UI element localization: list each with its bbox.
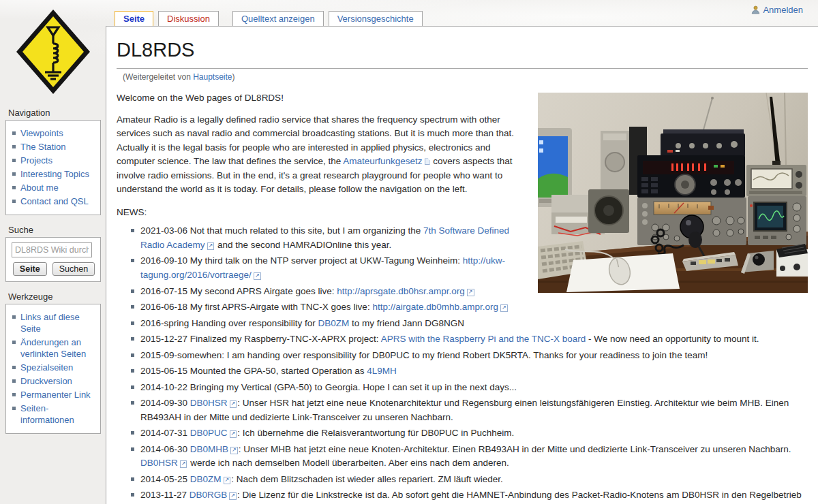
sidebar-item: Viewpoints	[12, 127, 96, 139]
external-link[interactable]: DB0MHB	[190, 444, 228, 454]
sidebar-link[interactable]: Projects	[20, 155, 52, 166]
sidebar-item: About me	[12, 182, 96, 193]
sidebar-link[interactable]: Interesting Topics	[20, 169, 89, 179]
external-link-icon: ↗	[230, 400, 237, 408]
news-item: 2016-09-10 My third talk on the NTP serv…	[131, 254, 808, 282]
external-link-icon: ↗	[254, 272, 261, 280]
external-link[interactable]: http://aprsgate.db0hsr.ampr.org	[337, 286, 465, 296]
news-item: 2015-06-15 Mounted the GPA-50, started O…	[131, 364, 808, 379]
sidebar-link[interactable]: Seiten­informationen	[20, 403, 74, 425]
sidebar-link[interactable]: The Station	[20, 142, 66, 152]
tab-quelltext-anzeigen[interactable]: Quelltext anzeigen	[232, 11, 324, 27]
search-input[interactable]	[12, 242, 92, 257]
login-link[interactable]: Anmelden	[751, 5, 803, 15]
news-item: 2014-07-31 DB0PUC↗: Ich übernehme die Re…	[131, 426, 808, 441]
document-icon	[425, 158, 430, 165]
news-list: 2021-03-06 Not that much related to this…	[131, 224, 808, 504]
external-link-icon: ↗	[229, 492, 237, 500]
news-item: 2013-11-27 DB0RGB↗: Die Lizenz für die L…	[131, 488, 808, 504]
site-logo[interactable]	[10, 8, 97, 98]
tools-list: Links auf diese SeiteÄnderungen an verli…	[12, 311, 96, 426]
news-item: 2015-12-27 Finalized my Raspberry-TNC-X-…	[131, 332, 808, 347]
content-area: DL8RDS (Weitergeleitet von Hauptseite)	[106, 26, 818, 504]
external-link-icon: ↗	[500, 304, 508, 312]
section-title: Suche	[5, 225, 101, 237]
user-icon	[751, 5, 760, 14]
wiki-link[interactable]: 4L9MH	[367, 366, 397, 376]
sidebar-section-navigation: Navigation ViewpointsThe StationProjects…	[5, 108, 101, 215]
sidebar-link[interactable]: Spezialseiten	[20, 362, 73, 373]
search-go-button[interactable]: Seite	[13, 262, 47, 276]
external-link-icon: ↗	[230, 430, 237, 438]
external-link[interactable]: DB0ZM	[190, 474, 222, 484]
external-link[interactable]: 7th Software Defined Radio Academy	[140, 225, 509, 250]
sidebar-item: The Station	[12, 141, 96, 153]
external-link[interactable]: DB0PUC	[190, 428, 228, 438]
news-item: 2021-03-06 Not that much related to this…	[131, 224, 808, 252]
external-link-icon: ↗	[230, 447, 238, 454]
sidebar-link[interactable]: Änderungen an verlinkten Seiten	[20, 337, 86, 359]
external-link[interactable]: DB0HSR	[190, 398, 228, 408]
amateur-radio-diamond-icon	[14, 8, 93, 95]
sidebar-link[interactable]: Permanenter Link	[20, 390, 91, 400]
external-link[interactable]: DB0RGB	[190, 490, 228, 500]
tool-item: Druckversion	[12, 375, 96, 387]
tab-seite[interactable]: Seite	[115, 11, 153, 27]
wiki-link[interactable]: Hauptseite	[193, 72, 232, 82]
news-item: 2014-09-30 DB0HSR↗: Unser HSR hat jetzt …	[131, 396, 808, 424]
wiki-link[interactable]: APRS with the Raspberry Pi and the TNC-X…	[381, 334, 586, 344]
news-item: 2015-09-somewhen: I am handing over resp…	[131, 349, 808, 363]
section-title: Werkzeuge	[5, 292, 101, 304]
redirect-note: (Weitergeleitet von Hauptseite)	[123, 71, 808, 83]
sidebar-item: Contact and QSL	[12, 195, 96, 207]
sidebar-item: Projects	[12, 155, 96, 166]
sidebar-link[interactable]: Links auf diese Seite	[20, 312, 80, 334]
news-item: 2016-spring Handing over responsibility …	[131, 317, 808, 331]
login-label: Anmelden	[763, 5, 803, 15]
sidebar: Navigation ViewpointsThe StationProjects…	[0, 0, 106, 504]
page-title: DL8RDS	[117, 35, 808, 69]
external-link[interactable]: DB0HSR	[140, 458, 178, 468]
tool-item: Links auf diese Seite	[12, 311, 96, 334]
sidebar-section-tools: Werkzeuge Links auf diese SeiteÄnderunge…	[5, 292, 101, 434]
section-title: Navigation	[5, 108, 101, 120]
tool-item: Seiten­informationen	[12, 403, 96, 426]
sidebar-section-search: Suche Seite Suchen	[5, 225, 101, 282]
external-link-icon: ↗	[207, 242, 215, 250]
wiki-link[interactable]: DB0ZM	[318, 318, 349, 328]
external-link-icon: ↗	[224, 477, 231, 484]
external-link-icon: ↗	[467, 289, 474, 296]
news-item: 2014-06-30 DB0MHB↗: Unser MHB hat jetzt …	[131, 443, 808, 471]
news-item: 2016-07-15 My second APRS Airgate goes l…	[131, 285, 808, 299]
external-link[interactable]: http://airgate.db0mhb.ampr.org	[372, 302, 498, 312]
tool-item: Spezialseiten	[12, 362, 96, 373]
tool-item: Permanenter Link	[12, 389, 96, 400]
search-submit-button[interactable]: Suchen	[52, 262, 95, 276]
sidebar-link[interactable]: Viewpoints	[20, 128, 63, 138]
sidebar-link[interactable]: Druckversion	[20, 376, 72, 386]
tab-versionsgeschichte[interactable]: Versionsgeschichte	[329, 11, 423, 27]
tab-diskussion[interactable]: Diskussion	[158, 11, 219, 27]
sidebar-link[interactable]: Contact and QSL	[20, 196, 89, 206]
sidebar-item: Interesting Topics	[12, 168, 96, 180]
external-link-icon: ↗	[180, 460, 187, 468]
news-item: 2014-05-25 DB0ZM↗: Nach dem Blitzschaden…	[131, 473, 808, 487]
external-link[interactable]: Amateurfunkgesetz	[343, 156, 422, 166]
sidebar-link[interactable]: About me	[20, 183, 59, 193]
news-item: 2014-10-22 Bringing my Vertical (GPA-50)…	[131, 381, 808, 395]
navigation-list: ViewpointsThe StationProjectsInteresting…	[12, 127, 96, 207]
external-link[interactable]: http://ukw-tagung.org/2016/vortraege/	[140, 255, 505, 280]
news-item: 2016-06-18 My first APRS-Airgate with TN…	[131, 300, 808, 315]
page-tabs: Seite Diskussion Quelltext anzeigen Vers…	[115, 11, 427, 27]
tool-item: Änderungen an verlinkten Seiten	[12, 336, 96, 360]
